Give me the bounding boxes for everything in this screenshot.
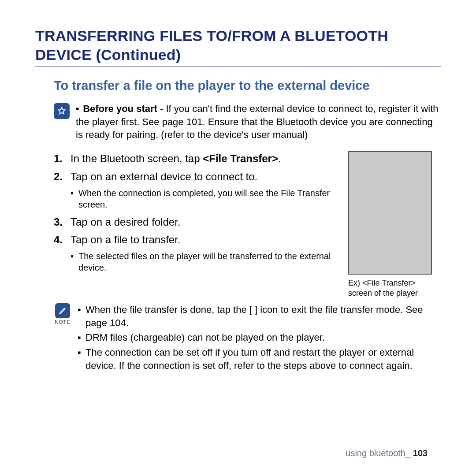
step-2-sub-text: When the connection is completed, you wi… bbox=[78, 187, 339, 210]
note-1-text: When the file transfer is done, tap the … bbox=[86, 303, 441, 329]
star-icon bbox=[54, 103, 70, 119]
section-subtitle: To transfer a file on the player to the … bbox=[54, 78, 441, 95]
manual-page: TRANSFERRING FILES TO/FROM A BLUETOOTH D… bbox=[0, 0, 476, 476]
before-you-start-callout: ▪ Before you start - If you can't find t… bbox=[54, 102, 441, 141]
screenshot-caption: Ex) <File Transfer> screen of the player bbox=[348, 278, 441, 299]
step-4: 4. Tap on a file to transfer. bbox=[54, 232, 339, 248]
step-2-sub: ▪ When the connection is completed, you … bbox=[71, 187, 339, 210]
note-2-text: DRM files (chargeable) can not be played… bbox=[86, 331, 325, 344]
page-footer: using bluetooth_ 103 bbox=[346, 448, 428, 458]
note-block: NOTE ▪When the file transfer is done, ta… bbox=[54, 303, 441, 374]
content-area: To transfer a file on the player to the … bbox=[54, 78, 441, 374]
note-item-2: ▪DRM files (chargeable) can not be playe… bbox=[78, 331, 441, 344]
step-2-text: Tap on an external device to connect to. bbox=[71, 169, 339, 185]
step-3-text: Tap on a desired folder. bbox=[71, 215, 339, 230]
screenshot-column: Ex) <File Transfer> screen of the player bbox=[348, 151, 441, 299]
before-you-start-text: ▪ Before you start - If you can't find t… bbox=[76, 102, 441, 141]
note-3-text: The connection can be set off if you tur… bbox=[86, 346, 441, 372]
note-icon-col: NOTE bbox=[54, 303, 71, 325]
step-1: 1. In the Bluetooth screen, tap <File Tr… bbox=[54, 151, 339, 167]
note-item-1: ▪When the file transfer is done, tap the… bbox=[78, 303, 441, 329]
step-1-bold: <File Transfer> bbox=[203, 152, 278, 164]
steps-row: 1. In the Bluetooth screen, tap <File Tr… bbox=[54, 151, 441, 299]
step-4-sub: ▪ The selected files on the player will … bbox=[71, 250, 339, 273]
note-item-3: ▪The connection can be set off if you tu… bbox=[78, 346, 441, 372]
screenshot-placeholder bbox=[348, 151, 432, 275]
before-you-start-label: Before you start - bbox=[83, 103, 166, 114]
step-1-pre: In the Bluetooth screen, tap bbox=[71, 152, 203, 164]
step-2: 2. Tap on an external device to connect … bbox=[54, 169, 339, 185]
note-icon bbox=[55, 303, 70, 318]
steps-list: 1. In the Bluetooth screen, tap <File Tr… bbox=[54, 151, 339, 278]
footer-page-number: 103 bbox=[413, 448, 428, 458]
step-3: 3. Tap on a desired folder. bbox=[54, 215, 339, 230]
step-4-sub-text: The selected files on the player will be… bbox=[78, 250, 339, 273]
note-label: NOTE bbox=[54, 319, 71, 325]
page-title: TRANSFERRING FILES TO/FROM A BLUETOOTH D… bbox=[35, 26, 441, 67]
note-list: ▪When the file transfer is done, tap the… bbox=[78, 303, 441, 374]
step-1-post: . bbox=[278, 152, 281, 164]
footer-section: using bluetooth_ bbox=[346, 448, 413, 458]
step-4-text: Tap on a file to transfer. bbox=[71, 232, 339, 248]
